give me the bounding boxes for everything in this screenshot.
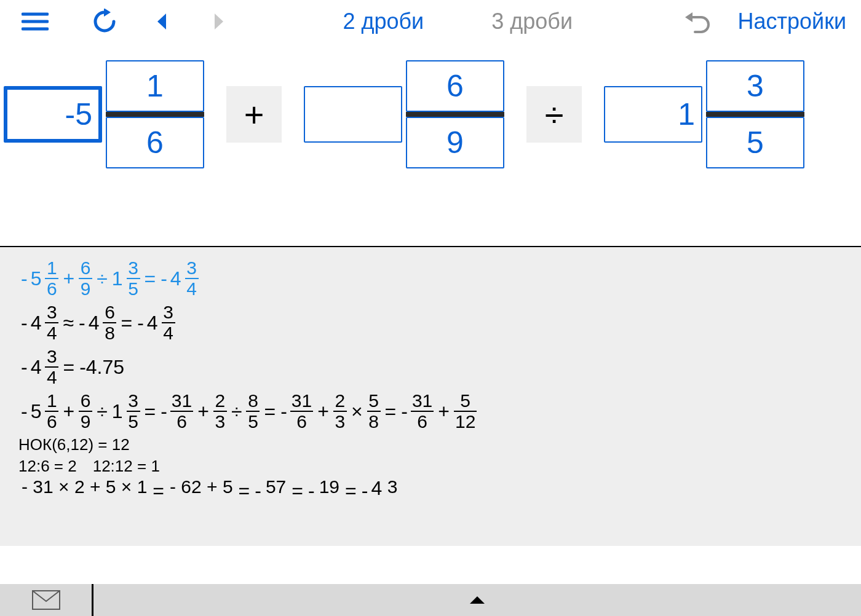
tab-2-fractions[interactable]: 2 дроби [343, 9, 424, 34]
fraction-bar [406, 112, 504, 117]
svg-marker-8 [470, 596, 485, 604]
term-3-whole[interactable]: 1 [604, 86, 702, 143]
top-toolbar: 2 дроби 3 дроби Настройки [0, 0, 861, 43]
term-3-denominator[interactable]: 5 [706, 117, 804, 168]
operator-1[interactable]: + [226, 86, 282, 143]
fraction-count-tabs: 2 дроби 3 дроби [343, 9, 573, 34]
term-3-numerator[interactable]: 3 [706, 60, 804, 112]
menu-icon[interactable] [15, 4, 55, 39]
prev-icon[interactable] [141, 4, 181, 39]
term-1-numerator[interactable]: 1 [106, 60, 204, 112]
mail-icon[interactable] [0, 584, 93, 616]
settings-link[interactable]: Настройки [737, 9, 846, 34]
solution-line-4: - 5 16 + 69 ÷ 1 35 = - 316 + 23 ÷ 85 = -… [18, 391, 843, 432]
term-1-whole[interactable]: -5 [4, 86, 102, 143]
next-icon [199, 4, 239, 39]
term-2-numerator[interactable]: 6 [406, 60, 504, 112]
solution-line-1: - 5 16 + 69 ÷ 1 35 = - 4 34 [18, 258, 843, 299]
svg-marker-5 [215, 14, 223, 30]
refresh-icon[interactable] [84, 4, 124, 39]
term-3: 1 3 5 [604, 60, 804, 168]
solution-note-lcm: НОК(6,12) = 12 [18, 435, 843, 454]
term-1: -5 1 6 [4, 60, 204, 168]
term-2-denominator[interactable]: 9 [406, 117, 504, 168]
svg-marker-4 [157, 14, 166, 30]
solution-panel: - 5 16 + 69 ÷ 1 35 = - 4 34 - 4 34 ≈ - 4… [0, 247, 861, 546]
fraction-bar [106, 112, 204, 117]
svg-marker-3 [104, 9, 111, 17]
term-2: 6 9 [304, 60, 504, 168]
bottom-toolbar [0, 584, 861, 616]
expand-up-icon[interactable] [93, 584, 861, 616]
undo-icon[interactable] [676, 4, 716, 39]
svg-marker-6 [685, 12, 692, 22]
tab-3-fractions[interactable]: 3 дроби [491, 9, 573, 34]
operator-2[interactable]: ÷ [526, 86, 582, 143]
term-2-whole[interactable] [304, 86, 402, 143]
solution-line-3: - 4 34 = -4.75 [18, 347, 843, 387]
solution-line-2: - 4 34 ≈ - 4 68 = - 4 34 [18, 302, 843, 343]
equation-editor: -5 1 6 + 6 9 ÷ 1 3 5 [0, 43, 861, 246]
fraction-bar [706, 112, 804, 117]
solution-line-5: - 31 × 2 + 5 × 1 = - 62 + 5 = - 57 = - 1… [18, 477, 843, 499]
solution-note-div: 12:6 = 212:12 = 1 [18, 457, 843, 476]
term-1-denominator[interactable]: 6 [106, 117, 204, 168]
